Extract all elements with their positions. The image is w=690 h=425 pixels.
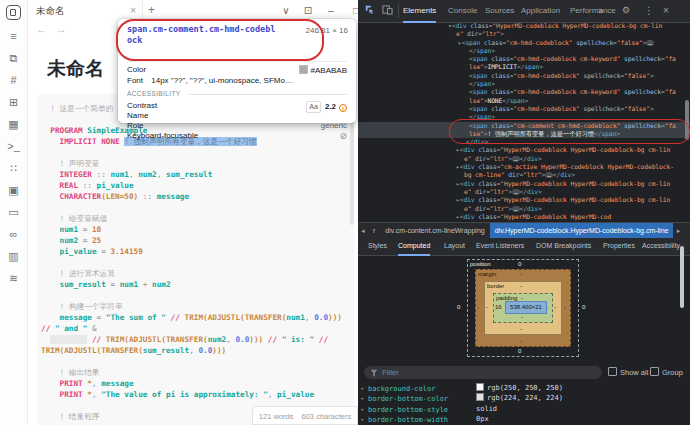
code-block[interactable]: Fortran ! 这是一个简单的 F PROGRAM SimpleExampl…: [37, 94, 354, 425]
device-icon[interactable]: ▭: [7, 206, 21, 219]
dom-tree-row[interactable]: </span>: [358, 47, 690, 55]
database-icon[interactable]: ≋: [7, 272, 21, 285]
code-line[interactable]: // TRIM(ADJUSTL(TRANSFER(num2, 0.0))) //…: [41, 334, 346, 345]
code-line[interactable]: PRINT *, "The value of pi is approximate…: [41, 389, 346, 400]
dom-tree-row[interactable]: ▸<div class="HyperMD-codeblock HyperMD-c…: [358, 180, 690, 188]
dom-tree-row[interactable]: <span class="cm-comment cm-hmd-codeblock…: [358, 122, 690, 130]
dom-tree-row[interactable]: ▾<div class="HyperMD-codeblock HyperMD-c…: [358, 22, 690, 30]
collapsed-content-ellipsis[interactable]: …: [512, 189, 520, 195]
dom-tree-row[interactable]: bg cm-line" dir="ltr">…</div>: [358, 171, 690, 179]
computed-property-row[interactable]: ▸background-colorrgb(250, 250, 250): [358, 383, 690, 393]
code-line[interactable]: REAL :: pi_value: [41, 180, 346, 191]
back-icon[interactable]: ←: [36, 23, 47, 35]
panel-tab-dom-breakpoints[interactable]: DOM Breakpoints: [536, 238, 591, 254]
calendar-icon[interactable]: ▦: [7, 118, 21, 131]
devtools-kebab-icon[interactable]: ⋮: [644, 4, 654, 17]
devtools-tab-console[interactable]: Console: [448, 0, 477, 21]
dom-tree-row[interactable]: ▸<div class="HyperMD-codeblock HyperMD-c…: [358, 213, 690, 221]
dom-tree-row[interactable]: lse">NONE</span>: [358, 97, 690, 105]
panel-tab-layout[interactable]: Layout: [444, 238, 465, 254]
dom-tree-row[interactable]: e" dir="ltr">…</div>: [358, 188, 690, 196]
code-line[interactable]: ! 给变量赋值: [41, 213, 346, 224]
expand-arrow-icon[interactable]: ▸: [358, 404, 368, 414]
workspace-icon[interactable]: [6, 5, 21, 20]
bookmark-icon[interactable]: ⧉: [7, 52, 21, 65]
dom-tree-row[interactable]: lse">! 强制声明所有变量，这是一个好习惯</span>: [358, 130, 690, 138]
forward-icon[interactable]: →: [56, 23, 67, 35]
devtools-tab-performance[interactable]: Performance: [570, 0, 616, 21]
code-line[interactable]: [41, 202, 346, 213]
code-line[interactable]: [41, 356, 346, 367]
group-checkbox[interactable]: Group: [650, 367, 683, 378]
collapsed-content-ellipsis[interactable]: …: [545, 172, 553, 178]
flashcard-icon[interactable]: ∷: [7, 162, 21, 175]
dom-tree-row[interactable]: <span class="cm-hmd-codeblock" spellchec…: [358, 72, 690, 80]
glasses-icon[interactable]: ∞: [7, 228, 21, 241]
breadcrumb-scroll-right-icon[interactable]: ▸: [673, 223, 683, 239]
devtools-tab-sources[interactable]: Sources: [485, 0, 514, 21]
code-line[interactable]: ! 进行算术运算: [41, 268, 346, 279]
dom-tree-row[interactable]: e" dir="ltr">: [358, 30, 690, 38]
code-line[interactable]: CHARACTER(LEN=50) :: message: [41, 191, 346, 202]
dom-tree-row[interactable]: e" dir="ltr">…</div>: [358, 205, 690, 213]
dom-tree-row[interactable]: <span class="cm-hmd-codeblock cm-keyword…: [358, 55, 690, 63]
code-line[interactable]: PRINT *, message: [41, 378, 346, 389]
expand-arrow-icon[interactable]: ▸: [358, 393, 368, 403]
dom-tree-row[interactable]: </span>: [358, 113, 690, 121]
code-line[interactable]: ! 构建一个字符串: [41, 301, 346, 312]
code-line[interactable]: pi_value = 3.14159: [41, 246, 346, 257]
box-model-content[interactable]: 538.400×21: [505, 301, 547, 314]
filter-input[interactable]: Filter: [364, 366, 602, 379]
computed-property-row[interactable]: ▸border-bottom-width0px: [358, 414, 690, 424]
computed-scrollbar[interactable]: [680, 246, 684, 308]
collapsed-content-ellipsis[interactable]: …: [512, 156, 520, 162]
code-line[interactable]: [41, 290, 346, 301]
dom-tree-row[interactable]: <span class="cm-hmd-codeblock cm-keyword…: [358, 88, 690, 96]
devtools-close-icon[interactable]: ×: [663, 4, 669, 17]
dom-tree-row[interactable]: <span class="cm-hmd-codeblock" spellchec…: [358, 105, 690, 113]
marketplace-icon[interactable]: ⊞: [7, 96, 21, 109]
code-line[interactable]: ! 声明变量: [41, 158, 346, 169]
panel-tab-accessibility[interactable]: Accessibility: [642, 238, 680, 254]
code-line[interactable]: num1 = 10: [41, 224, 346, 235]
devtools-tab-elements[interactable]: Elements: [403, 0, 436, 23]
terminal-icon[interactable]: >_: [7, 140, 21, 153]
dom-tree-row[interactable]: ▸<span class="cm-hmd-codeblock" spellche…: [358, 39, 690, 47]
show-all-checkbox[interactable]: Show all: [608, 367, 648, 378]
tab-close-icon[interactable]: ×: [130, 0, 136, 21]
expand-arrow-icon[interactable]: ▸: [358, 383, 368, 393]
dom-tree-row[interactable]: e" dir="ltr">…</div>: [358, 155, 690, 163]
expand-arrow-icon[interactable]: ▸: [358, 414, 368, 424]
code-line[interactable]: INTEGER :: num1, num2, sum_result: [41, 169, 346, 180]
dom-tree-row[interactable]: </span>: [358, 80, 690, 88]
stack-windows-icon[interactable]: ⊡: [300, 0, 316, 21]
code-line[interactable]: num2 = 25: [41, 235, 346, 246]
inspect-element-icon[interactable]: [365, 5, 375, 15]
panel-tab-properties[interactable]: Properties: [603, 238, 635, 254]
elements-scrollbar[interactable]: [685, 100, 689, 140]
tag-icon[interactable]: #: [7, 74, 21, 87]
code-line[interactable]: // " and " &: [41, 323, 346, 334]
computed-property-row[interactable]: ▸border-bottom-stylesolid: [358, 404, 690, 414]
dom-tree-row[interactable]: ▸<div class="HyperMD-codeblock HyperMD-c…: [358, 196, 690, 204]
panel-tab-styles[interactable]: Styles: [368, 238, 387, 254]
dom-tree-row[interactable]: ▸<div class="HyperMD-codeblock HyperMD-c…: [358, 146, 690, 154]
panel-tab-event-listeners[interactable]: Event Listeners: [476, 238, 524, 254]
code-line[interactable]: sum_result = num1 + num2: [41, 279, 346, 290]
code-line[interactable]: TRIM(ADJUSTL(TRANSFER(sum_result, 0.0))): [41, 345, 346, 356]
settings-gear-icon[interactable]: ⚙: [622, 4, 630, 17]
breadcrumb-item[interactable]: div.cm-content.cm-lineWrapping: [380, 223, 489, 239]
dom-tree-row[interactable]: </div>: [358, 138, 690, 146]
code-line[interactable]: ! 输出结果: [41, 367, 346, 378]
code-line[interactable]: [41, 147, 346, 158]
collapsed-content-ellipsis[interactable]: …: [512, 206, 520, 212]
code-line[interactable]: [41, 257, 346, 268]
collapsed-content-ellipsis[interactable]: …: [646, 40, 654, 46]
code-line[interactable]: message = "The sum of " // TRIM(ADJUSTL(…: [41, 312, 346, 323]
file-tree-icon[interactable]: ≡: [7, 30, 21, 43]
computed-property-row[interactable]: ▸border-bottom-colorrgb(224, 224, 224): [358, 393, 690, 403]
dom-tree-row[interactable]: ▸<div class="cm-active HyperMD-codeblock…: [358, 163, 690, 171]
chart-icon[interactable]: ▥: [7, 250, 21, 263]
document-title[interactable]: 未命名: [47, 56, 104, 82]
chevron-down-icon[interactable]: ∨: [278, 0, 294, 21]
